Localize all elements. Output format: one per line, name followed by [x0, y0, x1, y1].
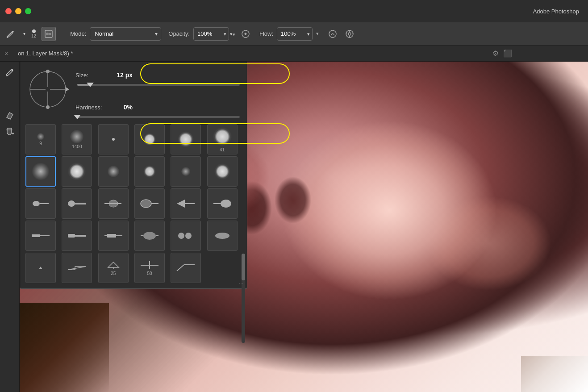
opacity-value-wrapper	[193, 27, 229, 41]
tab-title: on 1, Layer Mask/8) *	[18, 50, 73, 57]
brush-shape-soft-med2	[108, 166, 119, 177]
hardness-slider-container	[75, 116, 242, 118]
svg-point-12	[6, 75, 7, 76]
svg-point-28	[141, 200, 151, 208]
brush-dropdown-icon[interactable]: ▾	[21, 28, 28, 40]
brush-tool-button[interactable]	[3, 65, 17, 79]
hair-area	[20, 303, 109, 392]
svg-point-46	[215, 233, 229, 239]
brush-picker-scrollbar[interactable]	[242, 254, 245, 343]
teeth-area	[521, 356, 588, 392]
canvas-icon[interactable]: ⬛	[503, 49, 512, 58]
brush-grid-row5: 25 50	[25, 253, 242, 283]
brush-cell-spec17[interactable]	[171, 253, 201, 283]
hardness-slider-track[interactable]	[77, 116, 240, 118]
brush-cell-spec7[interactable]	[25, 221, 56, 251]
svg-rect-36	[68, 234, 75, 238]
brush-cell-spec3[interactable]	[98, 188, 129, 219]
svg-point-4	[245, 33, 246, 35]
brush-cell-soft9[interactable]: 9	[25, 124, 56, 154]
brush-picker-toggle[interactable]	[42, 27, 56, 41]
brush-cell-spec1[interactable]	[25, 188, 56, 219]
flow-input[interactable]	[277, 27, 313, 41]
svg-rect-38	[107, 234, 116, 238]
brush-cell-spec13[interactable]	[25, 253, 56, 283]
opacity-dropdown-icon[interactable]: ▾	[233, 32, 235, 37]
svg-point-20	[46, 105, 50, 109]
brush-shape-tiny	[112, 138, 115, 141]
brush-cell-spec9[interactable]	[98, 221, 129, 251]
tab-close-button[interactable]: ×	[4, 50, 8, 57]
titlebar: Adobe Photoshop	[0, 0, 588, 22]
brush-shape-selected-soft	[32, 163, 50, 180]
brush-cell-spec4[interactable]	[134, 188, 165, 219]
brush-cell-hard-large2[interactable]	[62, 156, 92, 187]
hardness-label: Hardness:	[75, 104, 107, 111]
brush-cell-tiny[interactable]	[98, 124, 129, 154]
svg-marker-48	[68, 267, 86, 270]
brush-cell-hard-xlarge41[interactable]: 41	[207, 124, 238, 154]
brush-spec12	[213, 231, 232, 241]
svg-point-1	[46, 33, 49, 35]
size-slider-track[interactable]	[77, 84, 240, 86]
brush-shape-hard-large	[178, 131, 194, 147]
brush-cell-spec5[interactable]	[171, 188, 201, 219]
close-button[interactable]	[5, 8, 12, 14]
brush-cell-spec12[interactable]	[207, 221, 238, 251]
brush-cell-spec11[interactable]	[171, 221, 201, 251]
mode-select-wrapper: Normal	[90, 27, 161, 41]
airbrush-icon[interactable]	[239, 27, 252, 41]
eraser-tool-button[interactable]	[3, 108, 17, 122]
svg-point-22	[33, 201, 40, 206]
brush-cell-soft1400[interactable]: 1400	[62, 124, 92, 154]
minimize-button[interactable]	[15, 8, 21, 14]
brush-cell-hard-med3[interactable]	[207, 156, 238, 187]
brush-spec17	[176, 263, 196, 273]
brush-cell-spec10[interactable]	[134, 221, 165, 251]
brush-cell-hard-large[interactable]	[171, 124, 201, 154]
brush-spec2	[67, 199, 87, 209]
paint-bucket-button[interactable]	[3, 124, 17, 138]
main-area: Size: 12 px Hardness:	[0, 62, 588, 392]
brush-shape-soft-sm2	[181, 167, 190, 176]
hardness-slider-thumb[interactable]	[74, 115, 81, 119]
svg-point-7	[348, 33, 351, 35]
smoothing-icon[interactable]	[326, 27, 339, 41]
brush-spec8	[67, 231, 87, 241]
brush-cell-spec14[interactable]	[62, 253, 92, 283]
size-slider-thumb[interactable]	[87, 83, 94, 87]
brush-grid-row1: 9 1400 41	[25, 124, 242, 154]
hardness-row: Hardness: 0%	[75, 99, 242, 115]
brush-picker-scrollbar-thumb[interactable]	[242, 254, 245, 280]
brush-label-41: 41	[220, 147, 225, 152]
brush-cell-spec15[interactable]: 25	[98, 253, 129, 283]
brush-cell-spec2[interactable]	[62, 188, 92, 219]
opacity-input[interactable]	[193, 27, 229, 41]
grip-dots: ⋯	[239, 281, 243, 286]
traffic-lights	[5, 8, 31, 14]
size-section: Size: 12 px	[75, 67, 242, 87]
brush-shape-hard-xlarge	[213, 127, 232, 146]
brush-spec1	[32, 199, 50, 208]
brush-cell-soft-sm2[interactable]	[171, 156, 201, 187]
maximize-button[interactable]	[25, 8, 31, 14]
mode-select[interactable]: Normal	[90, 27, 161, 41]
brush-tool-icon[interactable]	[4, 28, 17, 40]
settings-icon[interactable]: ⚙	[492, 49, 499, 58]
brush-cell-spec8[interactable]	[62, 221, 92, 251]
flow-label: Flow:	[259, 30, 273, 37]
svg-point-13	[12, 133, 14, 134]
brush-shape-hard-med2	[143, 165, 156, 178]
brush-cell-selected-soft[interactable]	[25, 156, 56, 187]
brush-cell-hard-med2[interactable]	[134, 156, 165, 187]
brush-spec7	[31, 231, 50, 241]
svg-marker-21	[66, 87, 69, 92]
brush-cell-spec16[interactable]: 50	[134, 253, 165, 283]
brush-cell-hard-med[interactable]	[134, 124, 165, 154]
flow-dropdown-icon[interactable]: ▾	[316, 31, 319, 37]
brush-spec4	[140, 199, 159, 209]
brush-cell-spec6[interactable]	[207, 188, 238, 219]
opacity-dropdown-wrapper: ▾	[233, 30, 235, 38]
target-icon[interactable]	[343, 27, 356, 41]
brush-cell-soft-med2[interactable]	[98, 156, 129, 187]
